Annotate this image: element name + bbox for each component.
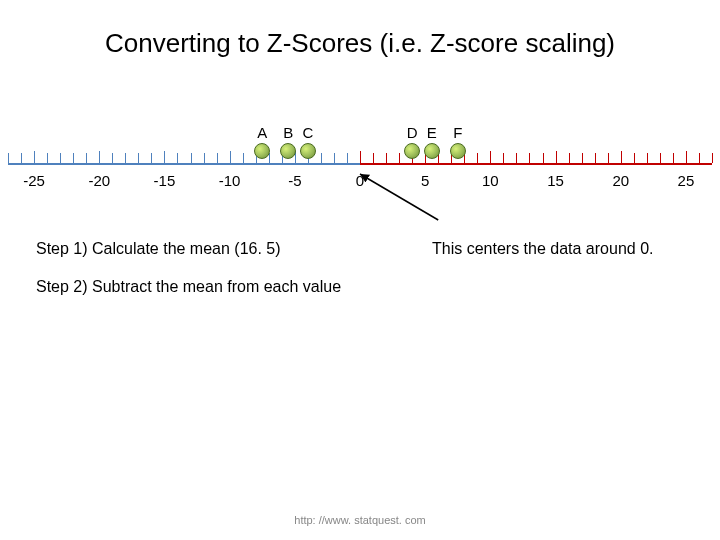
number-line: -25-20-15-10-50510152025ABCDEF (0, 128, 720, 208)
svg-line-0 (360, 174, 438, 220)
centering-note: This centers the data around 0. (432, 240, 653, 258)
step-1-text: Step 1) Calculate the mean (16. 5) (36, 240, 281, 258)
step-2-text: Step 2) Subtract the mean from each valu… (36, 278, 341, 296)
footer-url: http: //www. statquest. com (0, 514, 720, 526)
page-title: Converting to Z-Scores (i.e. Z-score sca… (0, 28, 720, 59)
arrow-to-zero (0, 128, 720, 248)
